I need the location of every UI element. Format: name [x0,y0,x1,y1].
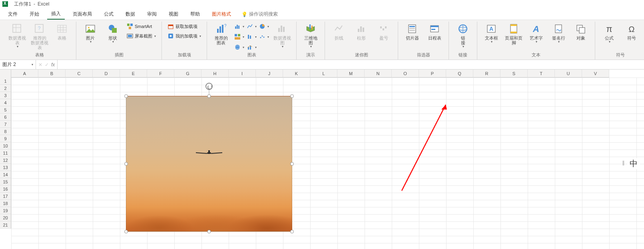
col-header[interactable]: U [555,70,582,77]
col-header[interactable]: O [392,70,419,77]
map-chart-button[interactable]: ▾ [233,42,245,52]
col-header[interactable]: N [365,70,392,77]
resize-handle-ne[interactable] [290,94,294,98]
wordart-button[interactable]: A 艺术字▾ [526,22,546,46]
pictures-button[interactable]: 图片▾ [80,22,100,46]
row-header[interactable]: 13 [0,164,11,171]
resize-handle-se[interactable] [290,230,294,233]
sparkline-column-button[interactable]: 柱形 [351,22,371,42]
sparkline-line-button[interactable]: 折线 [329,22,349,42]
tab-help[interactable]: 帮助 [186,9,204,19]
row-header[interactable]: 11 [0,149,11,157]
row-header[interactable]: 4 [0,99,11,106]
symbol-button[interactable]: Ω 符号 [622,22,642,42]
rotate-handle[interactable] [205,83,213,90]
confirm-formula-icon[interactable]: ✓ [45,62,49,68]
object-button[interactable]: 对象 [571,22,591,42]
row-header[interactable]: 12 [0,157,11,164]
sparkline-winloss-button[interactable]: 盈亏 [374,22,394,42]
row-header[interactable]: 14 [0,171,11,178]
col-header[interactable]: S [500,70,528,77]
tell-me-search[interactable]: 💡 操作说明搜索 [241,11,278,18]
pie-chart-button[interactable]: ▾ [258,22,270,31]
col-header[interactable]: V [582,70,609,77]
col-header[interactable]: C [66,70,93,77]
combo-chart-button[interactable]: ▾ [246,42,257,52]
cancel-formula-icon[interactable]: ✕ [38,62,42,68]
recommended-charts-button[interactable]: ? 推荐的 图表 [211,22,231,47]
col-header[interactable]: I [229,70,256,77]
col-header[interactable]: R [473,70,500,77]
row-header[interactable]: 2 [0,85,11,92]
row-header[interactable]: 16 [0,185,11,193]
resize-handle-sw[interactable] [124,230,128,233]
row-header[interactable]: 21 [0,221,11,229]
tab-review[interactable]: 审阅 [143,9,161,19]
inserted-picture[interactable] [126,96,292,232]
row-header[interactable]: 8 [0,128,11,135]
tab-insert[interactable]: 插入 [47,9,65,20]
col-header[interactable]: Q [446,70,473,77]
tab-file[interactable]: 文件 [4,9,22,19]
screenshot-button[interactable]: 屏幕截图▾ [125,31,158,41]
tab-page-layout[interactable]: 页面布局 [69,9,96,19]
column-chart-button[interactable]: ▾ [233,22,245,31]
row-header[interactable]: 10 [0,142,11,149]
row-header[interactable]: 7 [0,121,11,128]
pivot-chart-button[interactable]: 数据透视图▾ [272,22,292,50]
row-header[interactable]: 15 [0,178,11,185]
tab-data[interactable]: 数据 [122,9,139,19]
formula-input[interactable] [58,60,644,69]
equation-button[interactable]: π 公式▾ [599,22,619,46]
col-header[interactable]: M [337,70,365,77]
line-chart-button[interactable]: ▾ [246,22,257,31]
col-header[interactable]: D [93,70,120,77]
recommended-pivot-button[interactable]: ? 推荐的 数据透视表 [30,22,50,52]
col-header[interactable]: A [11,70,38,77]
col-header[interactable]: H [201,70,229,77]
link-button[interactable]: 链 接▾ [453,22,473,50]
name-box[interactable]: 图片 2 ▾ [0,60,36,69]
smartart-button[interactable]: SmartArt [125,22,158,31]
timeline-button[interactable]: 日程表 [425,22,445,42]
3d-map-button[interactable]: 三维地 图▾ [301,22,321,50]
slicer-button[interactable]: 切片器 [402,22,422,42]
signature-button[interactable]: 签名行▾ [548,22,568,46]
col-header[interactable]: K [283,70,310,77]
ime-indicator[interactable]: 中 [627,158,640,169]
get-addins-button[interactable]: 获取加载项 [166,22,203,31]
tab-picture-format[interactable]: 图片格式 [208,9,235,19]
col-header[interactable]: J [256,70,283,77]
col-header[interactable]: F [147,70,174,77]
tab-home[interactable]: 开始 [26,9,43,19]
col-header[interactable]: B [38,70,66,77]
cells-grid[interactable] [11,78,644,249]
col-header[interactable]: L [310,70,337,77]
fx-icon[interactable]: fx [51,62,55,68]
hierarchy-chart-button[interactable]: ▾ [233,32,245,42]
tab-formulas[interactable]: 公式 [100,9,118,19]
row-header[interactable]: 6 [0,114,11,121]
resize-handle-nw[interactable] [124,94,128,98]
shapes-button[interactable]: 形状▾ [103,22,123,46]
select-all-corner[interactable] [0,70,11,78]
row-header[interactable]: 9 [0,135,11,142]
header-footer-button[interactable]: 页眉和页脚 [504,22,524,47]
table-button[interactable]: 表格 [52,22,72,42]
stat-chart-button[interactable]: ▾ [246,32,257,42]
resize-handle-n[interactable] [207,94,211,98]
textbox-button[interactable]: A 文本框▾ [481,22,501,46]
resize-handle-w[interactable] [124,162,128,166]
spreadsheet-grid[interactable]: A B C D E F G H I J K L M N O P Q R S T … [0,70,644,249]
resize-handle-e[interactable] [290,162,294,166]
row-header[interactable]: 5 [0,106,11,114]
col-header[interactable]: G [174,70,201,77]
my-addins-button[interactable]: 我的加载项▾ [166,31,203,41]
scatter-chart-button[interactable]: ▾ [258,32,270,42]
resize-handle-s[interactable] [207,230,211,233]
pivot-table-button[interactable]: 数据透视表▾ [7,22,27,50]
row-header[interactable]: 3 [0,92,11,99]
col-header[interactable]: T [528,70,555,77]
row-header[interactable]: 20 [0,214,11,221]
col-header[interactable]: E [120,70,147,77]
